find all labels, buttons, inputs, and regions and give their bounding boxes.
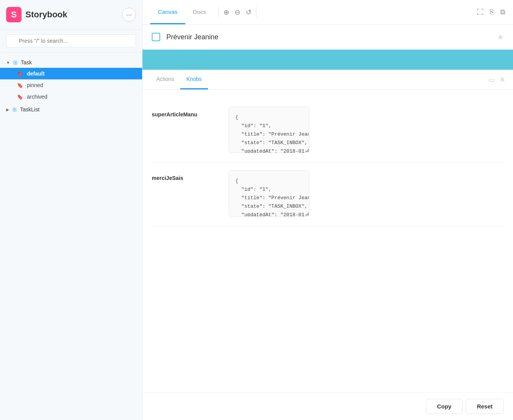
search-wrapper: 🔍 [6, 34, 136, 47]
tab-knobs[interactable]: Knobs [180, 70, 208, 89]
knob-label-1: merciJeSais [152, 170, 221, 181]
panel-resize-icon[interactable]: ▭ [488, 76, 495, 84]
component-icon: ⊞ [13, 59, 18, 66]
nav-group-tasklist-header[interactable]: ▶ ⊞ TaskList [0, 104, 142, 115]
sidebar-item-pinned[interactable]: 🔖 pinned [0, 79, 142, 91]
logo-text: Storybook [25, 10, 67, 20]
nav-group-task-label: Task [21, 59, 32, 66]
nav-tree: ▼ ⊞ Task 🔖 default 🔖 pinned 🔖 archived [0, 52, 142, 420]
zoom-out-icon[interactable]: ⊖ [235, 8, 240, 17]
task-checkbox[interactable] [152, 33, 160, 41]
reset-zoom-icon[interactable]: ↺ [246, 8, 251, 17]
storybook-logo-icon: S [6, 7, 22, 22]
sidebar-item-pinned-label: pinned [27, 82, 43, 88]
sidebar-item-default[interactable]: 🔖 default [0, 68, 142, 79]
fullscreen-icon[interactable]: ⛶ [477, 8, 484, 16]
sidebar-item-archived-label: archived [27, 94, 47, 100]
bookmark-icon: 🔖 [17, 94, 23, 100]
zoom-in-icon[interactable]: ⊕ [223, 8, 229, 17]
toolbar-divider-2 [256, 7, 256, 18]
panel-area: Actions Knobs ▭ ✕ superArticleManu merci… [142, 70, 513, 420]
sidebar-item-default-label: default [27, 71, 45, 77]
copy-link-icon[interactable]: ⧉ [500, 8, 505, 16]
bookmark-icon: 🔖 [17, 82, 23, 88]
chevron-down-icon: ▼ [6, 60, 10, 65]
tab-canvas[interactable]: Canvas [150, 0, 185, 24]
panel-close-icon[interactable]: ✕ [500, 76, 505, 84]
sidebar: S Storybook ··· 🔍 ▼ ⊞ Task 🔖 default [0, 0, 142, 420]
bookmark-icon: 🔖 [17, 71, 23, 77]
cyan-banner [142, 50, 513, 70]
toolbar-divider [218, 7, 219, 18]
task-title: Prévenir Jeanine [166, 33, 491, 41]
knob-row-1: merciJeSais [152, 163, 504, 226]
knob-value-wrapper-0 [229, 107, 504, 155]
panel-tabs: Actions Knobs ▭ ✕ [142, 70, 513, 90]
nav-group-tasklist: ▶ ⊞ TaskList [0, 104, 142, 115]
panel-tab-right: ▭ ✕ [488, 76, 505, 84]
knob-textarea-0[interactable] [229, 107, 309, 153]
copy-button[interactable]: Copy [426, 399, 463, 414]
chevron-right-icon: ▶ [6, 108, 9, 112]
nav-items-task: 🔖 default 🔖 pinned 🔖 archived [0, 68, 142, 102]
logo-area: S Storybook [6, 7, 67, 22]
nav-group-tasklist-label: TaskList [20, 106, 40, 113]
tab-docs[interactable]: Docs [185, 0, 214, 24]
tab-actions[interactable]: Actions [150, 70, 180, 89]
knobs-content: superArticleManu merciJeSais [142, 90, 513, 420]
search-bar: 🔍 [0, 30, 142, 52]
nav-group-task-header[interactable]: ▼ ⊞ Task [0, 57, 142, 68]
knob-value-wrapper-1 [229, 170, 504, 218]
knob-textarea-1[interactable] [229, 170, 309, 217]
menu-button[interactable]: ··· [122, 8, 136, 22]
component-icon: ⊞ [12, 106, 17, 113]
main-content: Canvas Docs ⊕ ⊖ ↺ ⛶ ⎘ ⧉ Prévenir Jeanine… [142, 0, 513, 420]
star-icon[interactable]: ★ [497, 32, 504, 42]
search-input[interactable] [6, 34, 136, 47]
knob-label-0: superArticleManu [152, 107, 221, 118]
sidebar-header: S Storybook ··· [0, 0, 142, 30]
sidebar-item-archived[interactable]: 🔖 archived [0, 91, 142, 102]
top-toolbar: Canvas Docs ⊕ ⊖ ↺ ⛶ ⎘ ⧉ [142, 0, 513, 25]
reset-button[interactable]: Reset [466, 399, 504, 414]
panel-footer: Copy Reset [142, 392, 513, 420]
share-icon[interactable]: ⎘ [490, 8, 494, 16]
knob-row-0: superArticleManu [152, 99, 504, 163]
toolbar-icons: ⊕ ⊖ ↺ [223, 8, 251, 17]
toolbar-right: ⛶ ⎘ ⧉ [477, 8, 505, 16]
nav-group-task: ▼ ⊞ Task 🔖 default 🔖 pinned 🔖 archived [0, 57, 142, 102]
preview-area: Prévenir Jeanine ★ [142, 25, 513, 50]
